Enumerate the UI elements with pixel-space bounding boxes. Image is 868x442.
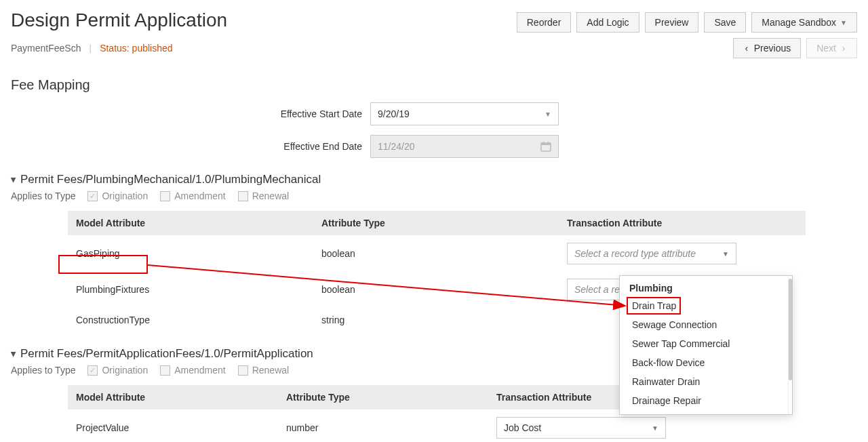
- status-badge: Status: published: [100, 43, 172, 54]
- svg-rect-3: [548, 142, 549, 144]
- amendment-label: Amendment: [174, 190, 225, 201]
- amendment-checkbox[interactable]: Amendment: [160, 190, 225, 201]
- svg-rect-1: [541, 143, 551, 145]
- renewal-label: Renewal: [252, 190, 289, 201]
- origination-checkbox[interactable]: Origination: [87, 365, 148, 376]
- dropdown-item-sewer-tap-commercial[interactable]: Sewer Tap Commercial: [620, 334, 788, 353]
- effective-end-date-field: 11/24/20: [370, 135, 559, 158]
- previous-label: Previous: [754, 43, 791, 54]
- select-placeholder: Select a record type attribute: [574, 248, 696, 259]
- cell-type: boolean: [313, 272, 559, 308]
- dropdown-item-rainwater-drain[interactable]: Rainwater Drain: [620, 372, 788, 391]
- svg-rect-2: [543, 142, 545, 144]
- cell-model: ConstructionType: [68, 308, 313, 333]
- next-button: Next ›: [806, 38, 857, 58]
- renewal-label: Renewal: [252, 365, 289, 376]
- col-attribute-type: Attribute Type: [313, 211, 559, 236]
- dropdown-item-drainage-repair[interactable]: Drainage Repair: [620, 391, 788, 410]
- dropdown-scrollbar[interactable]: [788, 276, 792, 414]
- cell-type: number: [278, 410, 488, 443]
- chevron-left-icon: ‹: [743, 43, 750, 54]
- dropdown-item-drain-trap[interactable]: Drain Trap: [620, 296, 788, 315]
- select-value: Job Cost: [504, 422, 541, 433]
- effective-start-date-label: Effective Start Date: [11, 108, 370, 119]
- manage-sandbox-button[interactable]: Manage Sandbox ▼: [751, 12, 857, 33]
- segment-2-table: Model Attribute Attribute Type Transacti…: [68, 385, 674, 442]
- manage-sandbox-label: Manage Sandbox: [762, 17, 836, 28]
- transaction-attribute-dropdown: Plumbing Drain Trap Sewage Connection Se…: [619, 275, 793, 415]
- header-actions: Reorder Add Logic Preview Save Manage Sa…: [517, 9, 857, 33]
- transaction-attribute-select[interactable]: Select a record type attribute ▼: [567, 243, 736, 264]
- chevron-down-icon: ▼: [545, 110, 551, 118]
- cell-model: GasPiping: [68, 236, 313, 272]
- previous-button[interactable]: ‹ Previous: [733, 38, 801, 58]
- col-transaction-attribute: Transaction Attribute: [559, 211, 806, 236]
- segment-1-title[interactable]: ▶ Permit Fees/PlumbingMechanical/1.0/Plu…: [11, 173, 857, 186]
- renewal-checkbox[interactable]: Renewal: [238, 190, 289, 201]
- renewal-checkbox[interactable]: Renewal: [238, 365, 289, 376]
- payment-schedule-name: PaymentFeeSch: [11, 43, 81, 54]
- table-row: ProjectValue number Job Cost ▼: [68, 410, 674, 443]
- page-title: Design Permit Application: [11, 9, 227, 31]
- dropdown-item-back-flow-device[interactable]: Back-flow Device: [620, 353, 788, 372]
- chevron-down-icon: ▼: [722, 250, 729, 258]
- chevron-down-icon: ▼: [840, 19, 847, 26]
- col-model-attribute: Model Attribute: [68, 211, 313, 236]
- origination-label: Origination: [102, 190, 148, 201]
- collapse-icon: ▶: [10, 351, 18, 357]
- effective-end-date-label: Effective End Date: [11, 141, 370, 152]
- save-button[interactable]: Save: [704, 12, 746, 33]
- reorder-button[interactable]: Reorder: [517, 12, 572, 33]
- cell-type: boolean: [313, 236, 559, 272]
- col-model-attribute: Model Attribute: [68, 385, 278, 410]
- amendment-label: Amendment: [174, 365, 225, 376]
- preview-button[interactable]: Preview: [645, 12, 699, 33]
- segment-2-title-text: Permit Fees/PermitApplicationFees/1.0/Pe…: [20, 347, 313, 361]
- table-row: GasPiping boolean Select a record type a…: [68, 236, 806, 272]
- cell-model: PlumbingFixtures: [68, 272, 313, 308]
- add-logic-button[interactable]: Add Logic: [576, 12, 639, 33]
- origination-checkbox[interactable]: Origination: [87, 190, 148, 201]
- segment-1-title-text: Permit Fees/PlumbingMechanical/1.0/Plumb…: [20, 173, 321, 186]
- collapse-icon: ▶: [10, 177, 18, 182]
- transaction-attribute-select[interactable]: Job Cost ▼: [496, 417, 666, 439]
- calendar-icon: [540, 141, 551, 152]
- origination-label: Origination: [102, 365, 148, 376]
- applies-to-type-label: Applies to Type: [11, 190, 75, 201]
- effective-start-date-value: 9/20/19: [378, 108, 410, 119]
- next-label: Next: [816, 43, 836, 54]
- effective-end-date-value: 11/24/20: [378, 141, 415, 152]
- cell-model: ProjectValue: [68, 410, 278, 443]
- divider: |: [90, 43, 92, 54]
- dropdown-group-label: Plumbing: [620, 280, 788, 296]
- chevron-right-icon: ›: [840, 43, 847, 54]
- effective-start-date-select[interactable]: 9/20/19 ▼: [370, 102, 559, 125]
- dropdown-item-sewage-connection[interactable]: Sewage Connection: [620, 315, 788, 334]
- col-attribute-type: Attribute Type: [278, 385, 488, 410]
- amendment-checkbox[interactable]: Amendment: [160, 365, 225, 376]
- section-title: Fee Mapping: [11, 77, 857, 93]
- applies-to-type-label: Applies to Type: [11, 365, 75, 376]
- chevron-down-icon: ▼: [652, 424, 658, 432]
- cell-type: string: [313, 308, 559, 333]
